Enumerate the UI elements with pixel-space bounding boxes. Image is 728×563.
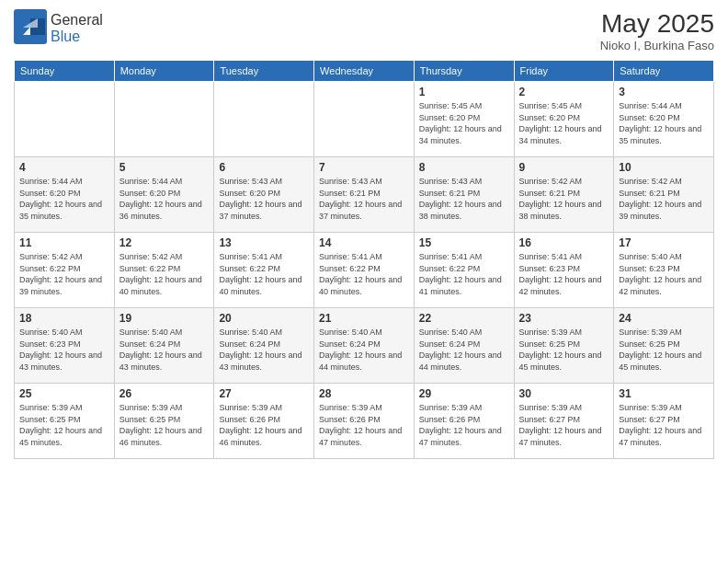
calendar-cell: 14Sunrise: 5:41 AM Sunset: 6:22 PM Dayli…	[314, 233, 415, 308]
calendar-cell: 4Sunrise: 5:44 AM Sunset: 6:20 PM Daylig…	[15, 157, 115, 233]
day-number: 25	[19, 387, 109, 400]
calendar-cell: 24Sunrise: 5:39 AM Sunset: 6:25 PM Dayli…	[614, 308, 714, 384]
day-info: Sunrise: 5:39 AM Sunset: 6:26 PM Dayligh…	[219, 402, 309, 448]
day-number: 9	[519, 161, 609, 174]
day-info: Sunrise: 5:40 AM Sunset: 6:23 PM Dayligh…	[19, 327, 109, 373]
calendar-cell: 7Sunrise: 5:43 AM Sunset: 6:21 PM Daylig…	[314, 157, 415, 233]
day-info: Sunrise: 5:43 AM Sunset: 6:21 PM Dayligh…	[319, 176, 409, 222]
calendar-cell: 2Sunrise: 5:45 AM Sunset: 6:20 PM Daylig…	[514, 82, 614, 157]
day-info: Sunrise: 5:41 AM Sunset: 6:22 PM Dayligh…	[219, 251, 309, 297]
calendar-cell: 23Sunrise: 5:39 AM Sunset: 6:25 PM Dayli…	[514, 308, 614, 384]
calendar-cell: 16Sunrise: 5:41 AM Sunset: 6:23 PM Dayli…	[514, 233, 614, 308]
day-number: 22	[419, 312, 509, 325]
day-number: 6	[219, 161, 309, 174]
day-info: Sunrise: 5:45 AM Sunset: 6:20 PM Dayligh…	[419, 100, 509, 146]
calendar-cell: 10Sunrise: 5:42 AM Sunset: 6:21 PM Dayli…	[614, 157, 714, 233]
day-info: Sunrise: 5:43 AM Sunset: 6:20 PM Dayligh…	[219, 176, 309, 222]
day-info: Sunrise: 5:39 AM Sunset: 6:25 PM Dayligh…	[19, 402, 109, 448]
calendar-cell: 15Sunrise: 5:41 AM Sunset: 6:22 PM Dayli…	[414, 233, 514, 308]
month-title: May 2025	[600, 9, 714, 39]
day-info: Sunrise: 5:42 AM Sunset: 6:21 PM Dayligh…	[619, 176, 709, 222]
day-info: Sunrise: 5:39 AM Sunset: 6:25 PM Dayligh…	[519, 327, 609, 373]
calendar-cell: 27Sunrise: 5:39 AM Sunset: 6:26 PM Dayli…	[214, 384, 314, 459]
day-info: Sunrise: 5:39 AM Sunset: 6:27 PM Dayligh…	[519, 402, 609, 448]
day-number: 29	[419, 387, 509, 400]
day-info: Sunrise: 5:39 AM Sunset: 6:26 PM Dayligh…	[419, 402, 509, 448]
day-number: 16	[519, 236, 609, 249]
calendar-cell	[114, 82, 214, 157]
day-number: 12	[119, 236, 210, 249]
day-number: 27	[219, 387, 309, 400]
day-info: Sunrise: 5:44 AM Sunset: 6:20 PM Dayligh…	[619, 100, 709, 146]
calendar-cell: 8Sunrise: 5:43 AM Sunset: 6:21 PM Daylig…	[414, 157, 514, 233]
calendar-cell	[314, 82, 415, 157]
calendar-cell: 30Sunrise: 5:39 AM Sunset: 6:27 PM Dayli…	[514, 384, 614, 459]
day-of-week-wednesday: Wednesday	[314, 61, 415, 82]
day-number: 26	[119, 387, 210, 400]
logo-icon	[14, 9, 47, 44]
day-info: Sunrise: 5:44 AM Sunset: 6:20 PM Dayligh…	[19, 176, 109, 222]
day-info: Sunrise: 5:40 AM Sunset: 6:24 PM Dayligh…	[219, 327, 309, 373]
day-number: 5	[119, 161, 210, 174]
day-number: 28	[319, 387, 409, 400]
day-number: 1	[419, 86, 509, 98]
day-number: 21	[319, 312, 409, 325]
day-info: Sunrise: 5:45 AM Sunset: 6:20 PM Dayligh…	[519, 100, 609, 146]
day-number: 19	[119, 312, 210, 325]
day-number: 13	[219, 236, 309, 249]
day-number: 18	[19, 312, 109, 325]
day-number: 8	[419, 161, 509, 174]
calendar-cell: 6Sunrise: 5:43 AM Sunset: 6:20 PM Daylig…	[214, 157, 314, 233]
day-number: 30	[519, 387, 609, 400]
calendar-cell: 12Sunrise: 5:42 AM Sunset: 6:22 PM Dayli…	[114, 233, 214, 308]
day-number: 10	[619, 161, 709, 174]
day-info: Sunrise: 5:39 AM Sunset: 6:27 PM Dayligh…	[619, 402, 709, 448]
day-info: Sunrise: 5:40 AM Sunset: 6:24 PM Dayligh…	[119, 327, 210, 373]
day-info: Sunrise: 5:42 AM Sunset: 6:22 PM Dayligh…	[119, 251, 210, 297]
day-info: Sunrise: 5:39 AM Sunset: 6:25 PM Dayligh…	[119, 402, 210, 448]
location-subtitle: Nioko I, Burkina Faso	[600, 39, 714, 52]
logo-blue-text: Blue	[51, 29, 80, 44]
calendar-week-1: 1Sunrise: 5:45 AM Sunset: 6:20 PM Daylig…	[15, 82, 714, 157]
day-number: 11	[19, 236, 109, 249]
day-number: 17	[619, 236, 709, 249]
logo-general-text: General	[51, 12, 103, 28]
calendar-cell: 1Sunrise: 5:45 AM Sunset: 6:20 PM Daylig…	[414, 82, 514, 157]
day-number: 23	[519, 312, 609, 325]
calendar-cell: 29Sunrise: 5:39 AM Sunset: 6:26 PM Dayli…	[414, 384, 514, 459]
day-info: Sunrise: 5:44 AM Sunset: 6:20 PM Dayligh…	[119, 176, 210, 222]
day-info: Sunrise: 5:41 AM Sunset: 6:23 PM Dayligh…	[519, 251, 609, 297]
day-number: 31	[619, 387, 709, 400]
calendar-cell	[15, 82, 115, 157]
day-info: Sunrise: 5:41 AM Sunset: 6:22 PM Dayligh…	[419, 251, 509, 297]
day-number: 3	[619, 86, 709, 98]
calendar-cell: 5Sunrise: 5:44 AM Sunset: 6:20 PM Daylig…	[114, 157, 214, 233]
day-number: 15	[419, 236, 509, 249]
day-of-week-thursday: Thursday	[414, 61, 514, 82]
calendar-table: SundayMondayTuesdayWednesdayThursdayFrid…	[14, 60, 714, 459]
calendar-cell: 19Sunrise: 5:40 AM Sunset: 6:24 PM Dayli…	[114, 308, 214, 384]
calendar-cell: 9Sunrise: 5:42 AM Sunset: 6:21 PM Daylig…	[514, 157, 614, 233]
day-info: Sunrise: 5:40 AM Sunset: 6:24 PM Dayligh…	[319, 327, 409, 373]
calendar-cell: 21Sunrise: 5:40 AM Sunset: 6:24 PM Dayli…	[314, 308, 415, 384]
day-of-week-sunday: Sunday	[15, 61, 115, 82]
day-info: Sunrise: 5:43 AM Sunset: 6:21 PM Dayligh…	[419, 176, 509, 222]
calendar-week-4: 18Sunrise: 5:40 AM Sunset: 6:23 PM Dayli…	[15, 308, 714, 384]
day-number: 4	[19, 161, 109, 174]
calendar-cell: 18Sunrise: 5:40 AM Sunset: 6:23 PM Dayli…	[15, 308, 115, 384]
day-number: 20	[219, 312, 309, 325]
calendar-cell: 20Sunrise: 5:40 AM Sunset: 6:24 PM Dayli…	[214, 308, 314, 384]
calendar-cell: 13Sunrise: 5:41 AM Sunset: 6:22 PM Dayli…	[214, 233, 314, 308]
page: General Blue May 2025 Nioko I, Burkina F…	[0, 0, 728, 563]
calendar-cell: 26Sunrise: 5:39 AM Sunset: 6:25 PM Dayli…	[114, 384, 214, 459]
calendar-week-2: 4Sunrise: 5:44 AM Sunset: 6:20 PM Daylig…	[15, 157, 714, 233]
day-number: 7	[319, 161, 409, 174]
calendar-cell: 22Sunrise: 5:40 AM Sunset: 6:24 PM Dayli…	[414, 308, 514, 384]
day-info: Sunrise: 5:41 AM Sunset: 6:22 PM Dayligh…	[319, 251, 409, 297]
calendar-cell: 17Sunrise: 5:40 AM Sunset: 6:23 PM Dayli…	[614, 233, 714, 308]
title-block: May 2025 Nioko I, Burkina Faso	[600, 9, 714, 52]
day-of-week-tuesday: Tuesday	[214, 61, 314, 82]
header: General Blue May 2025 Nioko I, Burkina F…	[14, 9, 714, 52]
calendar-cell: 3Sunrise: 5:44 AM Sunset: 6:20 PM Daylig…	[614, 82, 714, 157]
day-info: Sunrise: 5:39 AM Sunset: 6:25 PM Dayligh…	[619, 327, 709, 373]
